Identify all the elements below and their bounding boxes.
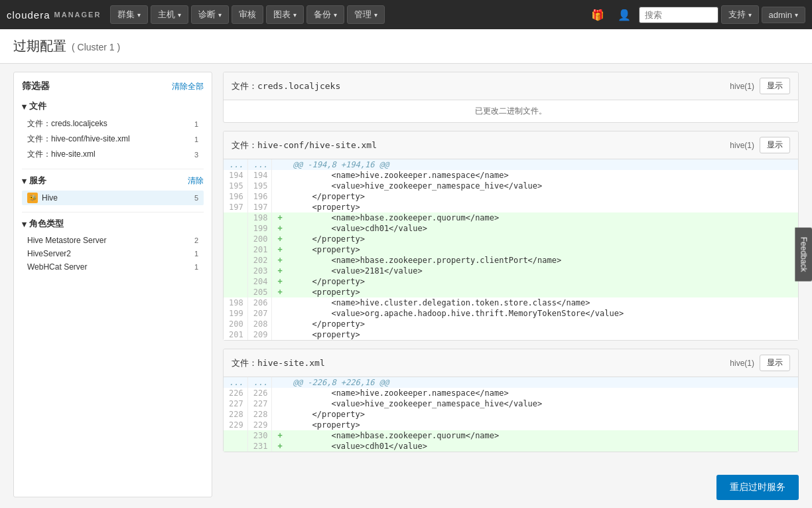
- sidebar-title: 筛选器: [22, 80, 50, 92]
- admin-label: admin: [769, 10, 792, 20]
- cloudera-logo: cloudera MANAGER: [7, 9, 101, 21]
- table-row: 199 + <value>cdh01</value>: [224, 223, 798, 234]
- sidebar: 筛选器 清除全部 ▾ 文件 文件：creds.localjceks 1 文件：h…: [13, 72, 212, 497]
- host-label: 主机: [158, 9, 175, 21]
- file-filter-section: ▾ 文件 文件：creds.localjceks 1 文件：hive-conf/…: [22, 100, 204, 162]
- role-section-title: ▾ 角色类型: [22, 218, 64, 230]
- filter-file-2-count: 1: [194, 135, 198, 143]
- diff-service-2: hive(1): [730, 141, 754, 150]
- manage-caret: ▾: [374, 11, 377, 19]
- filter-role-1-count: 2: [194, 236, 198, 244]
- cloudera-text: cloudera: [7, 9, 50, 21]
- filter-service-hive[interactable]: 🐝 Hive 5: [22, 191, 204, 205]
- table-row: 199 207 <value>org.apache.hadoop.hive.th…: [224, 308, 798, 319]
- table-row: 198 206 <name>hive.cluster.delegation.to…: [224, 297, 798, 308]
- diff-block-1: 文件：creds.localjceks hive(1) 显示 已更改二进制文件。: [223, 72, 799, 123]
- sidebar-header: 筛选器 清除全部: [22, 80, 204, 92]
- cluster-menu[interactable]: 群集 ▾: [110, 5, 148, 24]
- filter-service-hive-label: 🐝 Hive: [27, 193, 58, 203]
- host-menu[interactable]: 主机 ▾: [151, 5, 188, 24]
- diff-filename-1: 文件：creds.localjceks: [232, 80, 340, 92]
- table-row: 200 208 </property>: [224, 319, 798, 329]
- cluster-caret: ▾: [137, 11, 141, 19]
- audit-label: 审核: [239, 9, 256, 21]
- filter-role-2-label: HiveServer2: [27, 249, 71, 258]
- admin-caret: ▾: [795, 11, 798, 19]
- filter-file-1[interactable]: 文件：creds.localjceks 1: [22, 116, 204, 131]
- diff-message-1: 已更改二进制文件。: [224, 100, 798, 122]
- collapse-icon-service: ▾: [22, 176, 27, 186]
- filter-role-1[interactable]: Hive Metastore Server 2: [22, 234, 204, 247]
- diff-header-2: 文件：hive-conf/hive-site.xml hive(1) 显示: [224, 131, 798, 159]
- filter-role-3[interactable]: WebHCat Server 1: [22, 260, 204, 274]
- backup-label: 备份: [314, 9, 331, 21]
- table-row: 230 + <name>hbase.zookeeper.quorum</name…: [224, 430, 798, 441]
- filter-file-1-count: 1: [194, 120, 198, 128]
- table-row: 205 + <property>: [224, 287, 798, 297]
- support-menu[interactable]: 支持 ▾: [721, 5, 759, 24]
- support-label: 支持: [728, 9, 746, 21]
- table-row: 195 195 <value>hive_zookeeper_namespace_…: [224, 181, 798, 191]
- filter-role-1-label: Hive Metastore Server: [27, 236, 106, 245]
- diff-block-2: 文件：hive-conf/hive-site.xml hive(1) 显示 ..…: [223, 131, 799, 341]
- support-caret: ▾: [748, 11, 752, 19]
- table-row: 198 + <name>hbase.zookeeper.quorum</name…: [224, 212, 798, 223]
- collapse-icon-file: ▾: [22, 102, 27, 112]
- page-subtitle: ( Cluster 1 ): [72, 42, 120, 52]
- table-row: 200 + </property>: [224, 234, 798, 244]
- show-btn-1[interactable]: 显示: [760, 78, 790, 94]
- audit-menu[interactable]: 审核: [232, 5, 263, 24]
- service-section-header[interactable]: ▾ 服务 清除: [22, 175, 204, 187]
- manage-label: 管理: [354, 9, 372, 21]
- diff-service-3: hive(1): [730, 359, 754, 368]
- content-area: 文件：creds.localjceks hive(1) 显示 已更改二进制文件。…: [223, 72, 799, 497]
- filter-role-2[interactable]: HiveServer2 1: [22, 247, 204, 260]
- table-row: 227 227 <value>hive_zookeeper_namespace_…: [224, 398, 798, 409]
- filter-file-2[interactable]: 文件：hive-conf/hive-site.xml 1: [22, 131, 204, 147]
- backup-menu[interactable]: 备份 ▾: [306, 5, 344, 24]
- table-row: ... ... @@ -194,8 +194,16 @@: [224, 159, 798, 170]
- role-filter-section: ▾ 角色类型 Hive Metastore Server 2 HiveServe…: [22, 218, 204, 274]
- clear-all-link[interactable]: 清除全部: [172, 81, 204, 92]
- gift-icon[interactable]: 🎁: [586, 6, 610, 24]
- diag-caret: ▾: [218, 11, 222, 19]
- filter-file-2-label: 文件：hive-conf/hive-site.xml: [27, 133, 130, 145]
- file-section-header[interactable]: ▾ 文件: [22, 100, 204, 112]
- filter-role-3-label: WebHCat Server: [27, 262, 87, 272]
- chart-menu[interactable]: 图表 ▾: [266, 5, 304, 24]
- service-clear-link[interactable]: 清除: [188, 175, 204, 187]
- filter-file-3-count: 3: [194, 151, 198, 159]
- table-row: 231 + <value>cdh01</value>: [224, 441, 798, 452]
- diff-block-3: 文件：hive-site.xml hive(1) 显示 ... ... @@ -…: [223, 349, 799, 452]
- table-row: 196 196 </property>: [224, 191, 798, 202]
- main-container: 筛选器 清除全部 ▾ 文件 文件：creds.localjceks 1 文件：h…: [0, 64, 812, 505]
- brand: cloudera MANAGER: [7, 9, 101, 21]
- show-btn-2[interactable]: 显示: [760, 137, 790, 153]
- diff-header-1: 文件：creds.localjceks hive(1) 显示: [224, 72, 798, 100]
- table-row: 194 194 <name>hive.zookeeper.namespace</…: [224, 170, 798, 181]
- table-row: ... ... @@ -226,8 +226,16 @@: [224, 377, 798, 388]
- filter-role-3-count: 1: [194, 263, 198, 271]
- filter-role-2-count: 1: [194, 250, 198, 258]
- restart-button[interactable]: 重启过时服务: [716, 475, 799, 500]
- role-section-header[interactable]: ▾ 角色类型: [22, 218, 204, 230]
- admin-menu[interactable]: admin ▾: [762, 7, 805, 23]
- filter-file-1-label: 文件：creds.localjceks: [27, 118, 107, 129]
- diff-table-2: ... ... @@ -194,8 +194,16 @@ 194 194 <na…: [224, 159, 798, 340]
- user-icon[interactable]: 👤: [612, 6, 636, 24]
- table-row: 204 + </property>: [224, 276, 798, 287]
- diff-header-3: 文件：hive-site.xml hive(1) 显示: [224, 349, 798, 377]
- diag-label: 诊断: [198, 9, 216, 21]
- search-input[interactable]: [639, 7, 718, 23]
- backup-caret: ▾: [334, 11, 337, 19]
- filter-file-3[interactable]: 文件：hive-site.xml 3: [22, 147, 204, 162]
- file-section-title: ▾ 文件: [22, 100, 46, 112]
- manage-menu[interactable]: 管理 ▾: [347, 5, 385, 24]
- service-section-title: ▾ 服务: [22, 175, 46, 187]
- collapse-icon-role: ▾: [22, 219, 27, 229]
- show-btn-3[interactable]: 显示: [760, 355, 790, 371]
- feedback-tab[interactable]: Feedback: [795, 227, 812, 281]
- chart-caret: ▾: [293, 11, 297, 19]
- diag-menu[interactable]: 诊断 ▾: [191, 5, 229, 24]
- table-row: 202 + <name>hbase.zookeeper.property.cli…: [224, 255, 798, 266]
